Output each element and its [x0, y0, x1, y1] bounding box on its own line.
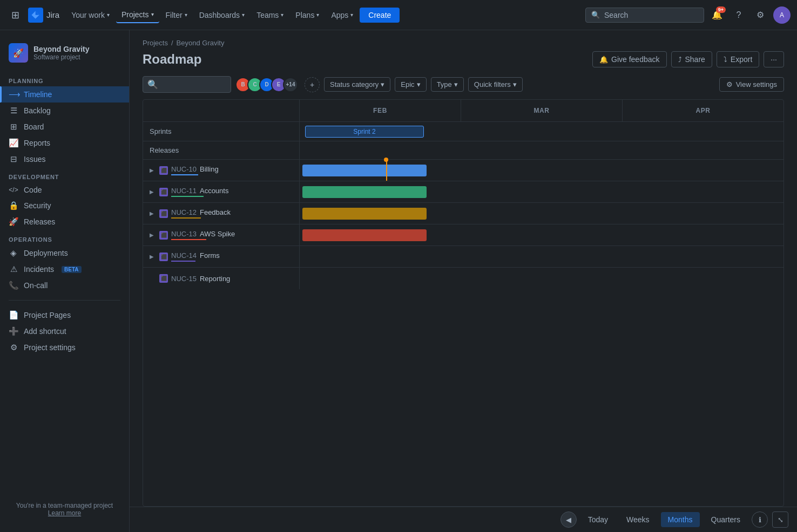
nav-teams[interactable]: Teams ▾	[251, 8, 289, 23]
month-feb: FEB	[300, 100, 461, 121]
nav-dashboards-label: Dashboards	[199, 11, 240, 19]
issue-name-nuc11[interactable]: Accounts	[200, 187, 228, 195]
nav-projects-label: Projects	[121, 10, 149, 19]
sprint-bar[interactable]: Sprint 2	[305, 126, 424, 138]
sidebar-item-project-pages[interactable]: 📄 Project Pages	[0, 307, 129, 323]
expand-nuc11[interactable]: ▶	[147, 188, 156, 196]
issue-name-nuc15[interactable]: Reporting	[200, 275, 230, 283]
expand-nuc12[interactable]: ▶	[147, 209, 156, 218]
sprints-timeline: Sprint 2	[300, 122, 784, 141]
nav-apps[interactable]: Apps ▾	[326, 8, 359, 23]
issue-name-nuc12[interactable]: Feedback	[200, 208, 231, 216]
breadcrumb-beyond-gravity[interactable]: Beyond Gravity	[177, 39, 225, 47]
today-button[interactable]: Today	[581, 512, 615, 527]
view-settings-button[interactable]: ⚙ View settings	[719, 77, 784, 92]
status-category-filter[interactable]: Status category ▾	[324, 77, 390, 92]
top-navigation: ⊞ Jira Your work ▾ Projects ▾ Filter ▾ D…	[0, 0, 797, 30]
months-button[interactable]: Months	[661, 512, 700, 527]
issue-underline-nuc14	[171, 261, 195, 262]
give-feedback-icon: 🔔	[599, 56, 608, 64]
create-button[interactable]: Create	[360, 8, 400, 23]
sidebar-item-oncall[interactable]: 📞 On-call	[0, 277, 129, 294]
reports-icon: 📈	[9, 138, 18, 148]
gantt-bar-nuc11[interactable]	[302, 186, 427, 198]
export-label: Export	[731, 55, 752, 64]
toolbar-search-input[interactable]	[161, 80, 226, 89]
user-avatar[interactable]: A	[773, 6, 791, 24]
search-placeholder: Search	[604, 11, 628, 19]
nav-plans[interactable]: Plans ▾	[290, 8, 325, 23]
sidebar-item-deployments[interactable]: ◈ Deployments	[0, 245, 129, 261]
issue-right-nuc14	[300, 246, 784, 267]
sidebar-item-issues[interactable]: ⊟ Issues	[0, 151, 129, 167]
issue-underline-nuc13	[171, 239, 206, 240]
sidebar-item-code-label: Code	[24, 186, 42, 194]
sidebar-item-deployments-label: Deployments	[24, 249, 68, 257]
sidebar-item-oncall-label: On-call	[24, 281, 48, 290]
nav-dashboards[interactable]: Dashboards ▾	[194, 8, 251, 23]
breadcrumb: Projects / Beyond Gravity	[143, 39, 784, 47]
prev-button[interactable]: ◀	[560, 511, 577, 528]
nav-projects[interactable]: Projects ▾	[116, 7, 159, 23]
grid-icon[interactable]: ⊞	[6, 6, 24, 24]
jira-logo-text: Jira	[46, 10, 59, 19]
expand-nuc13[interactable]: ▶	[147, 231, 156, 240]
sidebar-item-releases[interactable]: 🚀 Releases	[0, 214, 129, 230]
search-bar[interactable]: 🔍 Search	[585, 8, 704, 23]
sidebar-item-reports[interactable]: 📈 Reports	[0, 135, 129, 151]
sidebar-item-project-settings-label: Project settings	[24, 343, 76, 352]
info-button[interactable]: ℹ	[752, 511, 768, 528]
issue-right-nuc11	[300, 181, 784, 202]
nav-your-work[interactable]: Your work ▾	[66, 8, 115, 23]
add-person-button[interactable]: +	[305, 77, 320, 92]
sidebar-item-incidents[interactable]: ⚠ Incidents BETA	[0, 261, 129, 277]
notifications-button[interactable]: 🔔 9+	[708, 6, 726, 24]
type-filter[interactable]: Type ▾	[431, 77, 464, 92]
gantt-bar-nuc10[interactable]	[302, 165, 427, 176]
weeks-button[interactable]: Weeks	[619, 512, 657, 527]
learn-more-link[interactable]: Learn more	[9, 509, 120, 517]
expand-nuc14[interactable]: ▶	[147, 253, 156, 261]
issues-icon: ⊟	[9, 154, 18, 164]
gantt-bar-nuc13[interactable]	[302, 229, 427, 241]
issue-type-icon-nuc13: ⬛	[159, 231, 168, 240]
settings-button[interactable]: ⚙	[752, 6, 769, 24]
bottom-bar: ◀ Today Weeks Months Quarters ℹ ⤡	[130, 507, 797, 532]
sidebar-item-board[interactable]: ⊞ Board	[0, 119, 129, 135]
quick-filters[interactable]: Quick filters ▾	[468, 77, 523, 92]
toolbar-search[interactable]: 🔍	[143, 76, 231, 93]
export-button[interactable]: ⤵ Export	[717, 51, 759, 67]
quarters-button[interactable]: Quarters	[704, 512, 747, 527]
epic-filter[interactable]: Epic ▾	[395, 77, 426, 92]
page-title-row: Roadmap 🔔 Give feedback ⤴ Share ⤵ Export	[143, 51, 784, 67]
sidebar-item-project-settings[interactable]: ⚙ Project settings	[0, 339, 129, 356]
issue-name-nuc14[interactable]: Forms	[200, 251, 220, 260]
sidebar-item-security[interactable]: 🔒 Security	[0, 197, 129, 214]
more-actions-icon: ···	[771, 55, 777, 64]
sidebar-footer-note: You're in a team-managed project	[9, 502, 120, 509]
share-icon: ⤴	[678, 56, 682, 64]
gantt-bar-nuc12[interactable]	[302, 208, 427, 220]
help-button[interactable]: ?	[730, 6, 747, 24]
issue-name-nuc10[interactable]: Billing	[200, 165, 219, 173]
expand-nuc10[interactable]: ▶	[147, 166, 156, 175]
avatar-count[interactable]: +14	[283, 77, 298, 92]
issue-name-nuc13[interactable]: AWS Spike	[200, 230, 235, 238]
give-feedback-button[interactable]: 🔔 Give feedback	[592, 51, 667, 67]
jira-logo[interactable]: Jira	[28, 8, 59, 23]
nav-filter[interactable]: Filter ▾	[160, 8, 193, 23]
breadcrumb-projects[interactable]: Projects	[143, 39, 168, 47]
more-actions-button[interactable]: ···	[764, 51, 784, 67]
issue-left-nuc14: ▶ ⬛ NUC-14 Forms	[143, 246, 300, 267]
type-chevron: ▾	[454, 80, 458, 88]
project-type: Software project	[33, 53, 89, 61]
share-button[interactable]: ⤴ Share	[671, 51, 712, 67]
sidebar-item-add-shortcut[interactable]: ➕ Add shortcut	[0, 323, 129, 339]
expand-button[interactable]: ⤡	[772, 511, 788, 528]
status-category-label: Status category	[330, 80, 379, 88]
sidebar-item-backlog[interactable]: ☰ Backlog	[0, 103, 129, 119]
sidebar-item-code[interactable]: </> Code	[0, 182, 129, 197]
backlog-icon: ☰	[9, 106, 18, 115]
sidebar-item-timeline[interactable]: ⟶ Timeline	[0, 86, 129, 103]
nav-projects-chevron: ▾	[151, 11, 154, 17]
